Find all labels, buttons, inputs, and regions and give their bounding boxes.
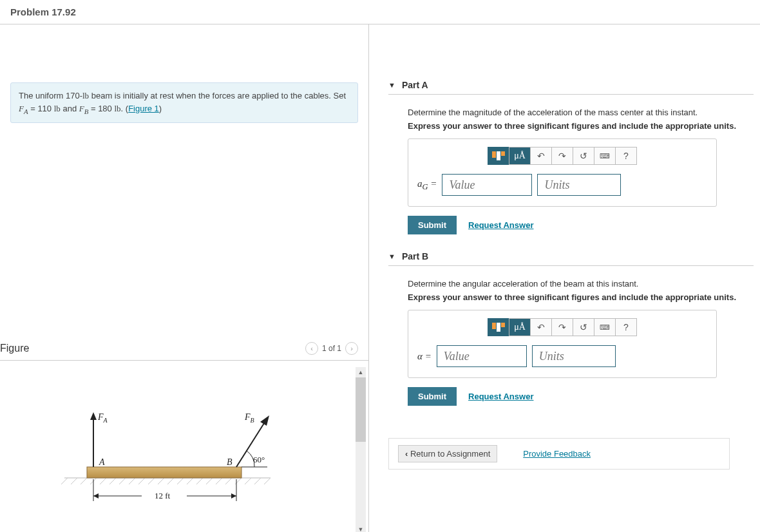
- redo-button[interactable]: ↷: [551, 147, 573, 165]
- part-b-header[interactable]: ▼ Part B: [388, 247, 754, 266]
- problem-statement: The uniform 170-lb beam is initially at …: [10, 82, 358, 123]
- part-a-units-input[interactable]: [537, 174, 621, 196]
- svg-line-11: [158, 478, 164, 484]
- dim-label: 12 ft: [155, 491, 171, 500]
- page-header: Problem 17.92: [0, 0, 760, 24]
- next-figure-button[interactable]: ›: [345, 342, 358, 355]
- svg-text:FB: FB: [244, 412, 254, 424]
- txt: . (: [121, 104, 129, 113]
- sym: F: [19, 104, 24, 113]
- left-column: The uniform 170-lb beam is initially at …: [0, 24, 369, 532]
- caret-down-icon: ▼: [388, 252, 395, 260]
- keyboard-button[interactable]: ⌨: [594, 318, 616, 336]
- part-b-var: α =: [417, 351, 432, 362]
- figure-link[interactable]: Figure 1: [128, 104, 159, 113]
- part-a-toolbar: μÅ ↶ ↷ ↺ ⌨ ?: [417, 147, 707, 165]
- sym: F: [79, 104, 84, 113]
- sym: a: [417, 178, 423, 189]
- part-a-submit-row: Submit Request Answer: [408, 216, 754, 234]
- part-b-submit-row: Submit Request Answer: [408, 387, 754, 406]
- unit: lb: [82, 91, 89, 100]
- template-button[interactable]: [488, 147, 509, 165]
- unit: lb: [114, 104, 120, 113]
- keyboard-icon: ⌨: [600, 152, 610, 160]
- content: The uniform 170-lb beam is initially at …: [0, 24, 760, 532]
- scroll-up-icon[interactable]: ▲: [356, 367, 366, 377]
- svg-line-6: [109, 478, 116, 484]
- txt: = 110: [28, 104, 54, 113]
- part-b-request-answer-link[interactable]: Request Answer: [468, 392, 533, 401]
- footer-row: ‹ Return to Assignment Provide Feedback: [388, 438, 730, 470]
- help-button[interactable]: ?: [615, 147, 637, 165]
- svg-marker-35: [93, 493, 99, 499]
- template-button[interactable]: [488, 318, 509, 336]
- part-a-request-answer-link[interactable]: Request Answer: [468, 220, 533, 230]
- part-b-input-row: α =: [417, 345, 707, 367]
- prev-figure-button[interactable]: ‹: [305, 342, 318, 355]
- part-a-value-input[interactable]: [442, 174, 532, 196]
- units-mu-button[interactable]: μÅ: [509, 318, 531, 336]
- svg-marker-25: [90, 412, 97, 420]
- part-a-header[interactable]: ▼ Part A: [388, 76, 754, 95]
- chevron-left-icon: ‹: [405, 449, 410, 459]
- reset-button[interactable]: ↺: [573, 318, 594, 336]
- return-button[interactable]: ‹ Return to Assignment: [398, 445, 497, 462]
- figure-area: FA A FB B 60° 12 ft ▲: [0, 361, 368, 532]
- txt: ): [159, 104, 162, 113]
- scroll-thumb[interactable]: [356, 377, 366, 442]
- svg-line-16: [206, 478, 213, 484]
- svg-line-3: [81, 478, 87, 484]
- undo-button[interactable]: ↶: [530, 318, 552, 336]
- right-column: ▼ Part A Determine the magnitude of the …: [369, 24, 760, 532]
- part-b-title: Part B: [402, 251, 428, 261]
- svg-line-17: [216, 478, 222, 484]
- part-b-units-input[interactable]: [532, 345, 616, 367]
- svg-line-8: [129, 478, 135, 484]
- keyboard-icon: ⌨: [600, 323, 610, 332]
- figure-title: Figure: [0, 343, 29, 354]
- txt: and: [61, 104, 79, 113]
- part-a-input-row: aG =: [417, 174, 707, 196]
- units-mu-button[interactable]: μÅ: [509, 147, 531, 165]
- help-button[interactable]: ?: [615, 318, 637, 336]
- fb-b: B: [251, 417, 254, 424]
- part-a-instr1: Determine the magnitude of the accelerat…: [408, 108, 754, 117]
- scroll-down-icon[interactable]: ▼: [356, 524, 366, 532]
- part-b-instr1: Determine the angular acceleration of th…: [408, 279, 754, 289]
- fb-f: F: [244, 412, 251, 422]
- eq: =: [423, 351, 432, 361]
- return-label: Return to Assignment: [410, 449, 490, 459]
- pt-a: A: [99, 457, 105, 467]
- svg-line-7: [119, 478, 126, 484]
- part-b-submit-button[interactable]: Submit: [408, 387, 457, 406]
- fa-f: F: [97, 412, 104, 422]
- part-a-title: Part A: [402, 80, 428, 90]
- redo-button[interactable]: ↷: [551, 318, 573, 336]
- svg-marker-28: [260, 415, 269, 426]
- part-a-instr2: Express your answer to three significant…: [408, 121, 754, 131]
- part-b-value-input[interactable]: [437, 345, 527, 367]
- pt-b: B: [227, 457, 233, 467]
- undo-button[interactable]: ↶: [530, 147, 552, 165]
- reset-button[interactable]: ↺: [573, 147, 594, 165]
- provide-feedback-link[interactable]: Provide Feedback: [523, 449, 591, 459]
- svg-line-10: [148, 478, 155, 484]
- svg-line-2: [71, 478, 77, 484]
- sub: G: [423, 182, 428, 191]
- figure-scrollbar[interactable]: ▲ ▼: [356, 367, 366, 532]
- caret-down-icon: ▼: [388, 81, 395, 89]
- part-b-instr2: Express your answer to three significant…: [408, 292, 754, 302]
- keyboard-button[interactable]: ⌨: [594, 147, 616, 165]
- svg-line-1: [61, 478, 68, 484]
- svg-line-15: [196, 478, 203, 484]
- part-b-body: Determine the angular acceleration of th…: [388, 266, 754, 419]
- pager-text: 1 of 1: [322, 344, 341, 353]
- angle-label: 60°: [253, 455, 265, 464]
- svg-line-22: [264, 478, 271, 484]
- svg-line-18: [225, 478, 232, 484]
- part-a-submit-button[interactable]: Submit: [408, 216, 457, 234]
- fa-a: A: [103, 417, 108, 424]
- figure-header: Figure ‹ 1 of 1 ›: [0, 342, 368, 361]
- svg-rect-23: [87, 467, 242, 478]
- svg-line-9: [138, 478, 145, 484]
